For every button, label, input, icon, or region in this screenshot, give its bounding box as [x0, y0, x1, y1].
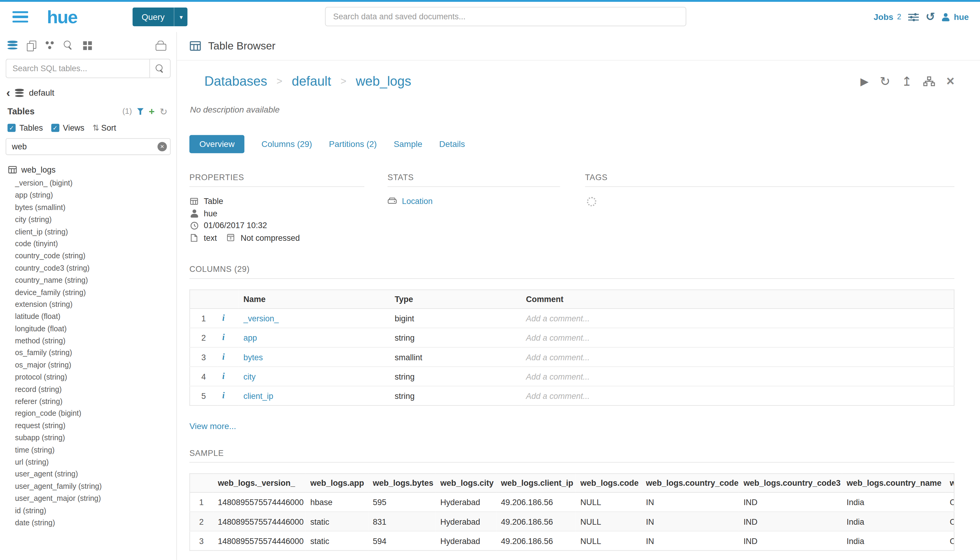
tree-column[interactable]: extension (string) [0, 299, 176, 311]
query-table-icon[interactable]: ▶ [860, 76, 869, 87]
view-more-link[interactable]: View more... [190, 422, 236, 431]
tab-sample[interactable]: Sample [394, 139, 422, 149]
tab-columns[interactable]: Columns (29) [261, 139, 312, 149]
info-icon[interactable]: i [222, 313, 225, 323]
column-name-link[interactable]: app [243, 333, 257, 342]
breadcrumb-databases[interactable]: Databases [205, 74, 267, 89]
tree-column[interactable]: code (tinyint) [0, 238, 176, 250]
tree-column[interactable]: country_name (string) [0, 275, 176, 287]
column-comment[interactable]: Add a comment... [526, 313, 590, 323]
tables-checkbox[interactable]: ✓ [8, 124, 16, 132]
caret-down-icon[interactable]: ▾ [174, 8, 188, 26]
search-tab[interactable] [64, 41, 73, 50]
property-type: Table [190, 195, 364, 207]
table-browser-icon [190, 41, 201, 51]
info-icon[interactable]: i [222, 352, 225, 362]
info-icon[interactable]: i [222, 332, 225, 342]
column-name-link[interactable]: client_ip [243, 391, 273, 400]
refresh-icon[interactable]: ↻ [880, 75, 890, 88]
dashboard-tab[interactable] [83, 41, 92, 50]
breadcrumb-table[interactable]: web_logs [356, 74, 411, 89]
tree-column[interactable]: city (string) [0, 214, 176, 226]
sliders-icon[interactable] [908, 12, 919, 22]
info-icon[interactable]: i [222, 372, 225, 381]
tree-table-web-logs[interactable]: web_logs [0, 163, 176, 178]
sample-cell: Hyderabad [435, 512, 496, 531]
tree-column[interactable]: country_code (string) [0, 250, 176, 262]
hue-logo[interactable]: hue [47, 8, 77, 26]
tree-column[interactable]: client_ip (string) [0, 226, 176, 238]
tree-column[interactable]: os_family (string) [0, 347, 176, 359]
tree-column[interactable]: device_family (string) [0, 287, 176, 299]
sample-header: web_logs.country_code [641, 474, 739, 492]
refresh-tables-icon[interactable]: ↻ [160, 108, 167, 115]
tree-column[interactable]: longitude (float) [0, 323, 176, 335]
tree-column[interactable]: time (string) [0, 444, 176, 456]
tables-checkbox-label[interactable]: Tables [19, 123, 43, 132]
jobs-link[interactable]: Jobs [874, 12, 893, 22]
tree-column[interactable]: referer (string) [0, 396, 176, 408]
query-button-label[interactable]: Query [132, 8, 174, 26]
column-comment[interactable]: Add a comment... [526, 352, 590, 362]
menu-button[interactable] [12, 11, 28, 23]
tree-column[interactable]: id (string) [0, 505, 176, 517]
tree-column[interactable]: user_agent_major (string) [0, 493, 176, 505]
tree-column[interactable]: user_agent_family (string) [0, 481, 176, 493]
upload-icon[interactable]: ↥ [902, 75, 912, 88]
tree-column[interactable]: record (string) [0, 384, 176, 396]
column-name-link[interactable]: _version_ [243, 313, 279, 323]
query-button[interactable]: Query ▾ [132, 8, 188, 26]
tree-column[interactable]: country_code3 (string) [0, 262, 176, 275]
functions-tab[interactable] [155, 41, 165, 50]
sql-assist-tab[interactable] [8, 41, 18, 50]
add-table-icon[interactable]: + [149, 108, 155, 115]
column-name-link[interactable]: city [243, 372, 256, 381]
tab-details[interactable]: Details [439, 139, 465, 149]
filter-icon[interactable] [137, 108, 144, 115]
column-name-link[interactable]: bytes [243, 352, 263, 362]
table-description[interactable]: No description available [190, 105, 954, 114]
breadcrumb-database[interactable]: default [292, 74, 331, 89]
tree-column[interactable]: bytes (smallint) [0, 202, 176, 214]
clear-filter-icon[interactable]: × [158, 142, 167, 151]
row-number: 2 [190, 328, 217, 347]
sql-table-search-input[interactable] [6, 59, 150, 78]
tab-partitions[interactable]: Partitions (2) [329, 139, 377, 149]
tree-column[interactable]: subapp (string) [0, 432, 176, 444]
sort-control[interactable]: ⇅ Sort [93, 123, 116, 132]
tree-column[interactable]: method (string) [0, 335, 176, 347]
tags-header: TAGS [585, 173, 955, 187]
tab-overview[interactable]: Overview [190, 135, 245, 153]
views-checkbox-label[interactable]: Views [63, 123, 84, 132]
tree-column[interactable]: user_agent (string) [0, 468, 176, 481]
tree-column[interactable]: date (string) [0, 517, 176, 529]
history-icon[interactable]: ↺ [926, 11, 935, 22]
close-icon[interactable]: × [947, 75, 955, 88]
location-link[interactable]: Location [402, 197, 433, 206]
jobs-count-badge[interactable]: 2 [897, 12, 901, 21]
tree-column[interactable]: url (string) [0, 457, 176, 468]
tree-column[interactable]: os_major (string) [0, 359, 176, 372]
sql-table-search-button[interactable] [149, 59, 170, 78]
global-search-input[interactable] [325, 7, 687, 26]
cluster-icon [45, 41, 54, 50]
table-filter-input[interactable] [6, 138, 171, 155]
views-checkbox[interactable]: ✓ [51, 124, 59, 132]
tree-column[interactable]: app (string) [0, 190, 176, 202]
tree-column[interactable]: latitude (float) [0, 311, 176, 323]
tree-column[interactable]: protocol (string) [0, 372, 176, 383]
sitemap-icon[interactable] [923, 76, 935, 86]
documents-tab[interactable] [27, 41, 36, 50]
sample-cell: IN [641, 492, 739, 512]
column-comment[interactable]: Add a comment... [526, 372, 590, 381]
current-database[interactable]: default [29, 88, 54, 97]
tree-column[interactable]: request (string) [0, 420, 176, 432]
info-icon[interactable]: i [222, 391, 225, 400]
tree-column[interactable]: region_code (bigint) [0, 408, 176, 420]
user-menu[interactable]: hue [942, 12, 969, 22]
apps-tab[interactable] [45, 41, 54, 50]
tree-column[interactable]: _version_ (bigint) [0, 178, 176, 190]
column-comment[interactable]: Add a comment... [526, 391, 590, 400]
back-chevron-icon[interactable]: ‹ [6, 89, 10, 97]
column-comment[interactable]: Add a comment... [526, 333, 590, 342]
